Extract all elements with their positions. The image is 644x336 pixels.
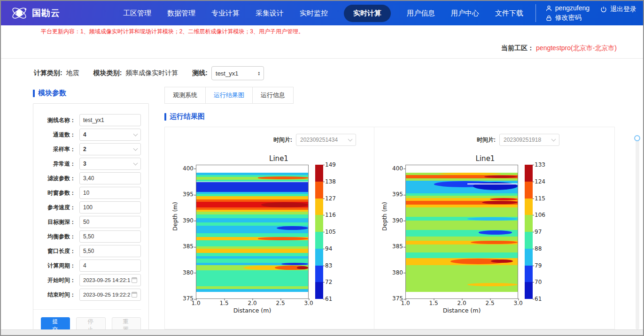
field-row: 开始时间：2023-09-25 14:22:1 (35, 274, 141, 286)
field-input-2[interactable]: 2 (79, 143, 141, 155)
heatmap-blob (471, 241, 518, 244)
time-slice-select[interactable]: 202309251918 (499, 134, 559, 146)
y-axis-label: Depth (m) (172, 198, 178, 235)
field-value: 3 (83, 160, 86, 167)
tick-mark (323, 249, 325, 249)
time-slice-value: 202309251918 (504, 137, 541, 143)
nav-item-workspace-mgmt[interactable]: 工区管理 (123, 9, 151, 18)
current-workarea-label: 当前工区： (501, 44, 534, 53)
field-row: 异常道：3 (35, 158, 141, 170)
heatmap-blob (258, 176, 308, 179)
tick-mark (323, 299, 325, 299)
form-buttons: 提 交 停 止 重 置 (35, 317, 141, 330)
field-label: 开始时间： (35, 276, 76, 284)
tick-mark (533, 199, 534, 199)
field-input-1[interactable]: 4 (79, 129, 141, 141)
reset-button[interactable]: 重 置 (112, 317, 141, 330)
colorbar-tick: 105 (325, 229, 336, 235)
colorbar-band (315, 282, 323, 299)
ylabel-box: Depth (m) (382, 165, 389, 299)
heatmap-stripe (196, 182, 308, 192)
nav-item-user-info[interactable]: 用户信息 (407, 9, 435, 18)
tab-result-plot[interactable]: 运行结果图 (205, 87, 253, 104)
calc-type-value: 地震 (66, 69, 79, 77)
colorbar-band (525, 182, 533, 199)
tab-run-info[interactable]: 运行信息 (252, 87, 294, 104)
field-label: 异常道： (35, 160, 76, 168)
field-label: 目标测深： (35, 218, 76, 226)
nav-item-realtime-calc[interactable]: 实时计算 (344, 5, 391, 22)
heatmap-stripe (406, 237, 518, 241)
field-label: 时窗参数： (35, 189, 76, 197)
x-tick: 1.0 (191, 300, 200, 306)
heatmap-stripe (196, 214, 308, 219)
nav-item-professional-calc[interactable]: 专业计算 (211, 9, 240, 18)
tick-mark (518, 298, 519, 300)
field-value: 50 (83, 219, 89, 225)
tick-mark (323, 182, 325, 182)
colorbar-tick: 88 (535, 245, 542, 252)
nav-item-realtime-monitor[interactable]: 实时监控 (300, 9, 328, 18)
heatmap-stripe (406, 221, 518, 230)
field-input-6[interactable]: 100 (79, 201, 141, 214)
field-input-12[interactable]: 2023-09-25 19:22:2 (79, 289, 141, 301)
colorbar-ticks: 1331241151069788797061 (534, 165, 548, 299)
stop-button[interactable]: 停 止 (76, 317, 105, 330)
nav-item-acquisition-design[interactable]: 采集设计 (256, 9, 284, 18)
logout-button[interactable]: 退出登录 (600, 5, 636, 14)
tick-mark (323, 165, 325, 165)
x-tick: 2.0 (248, 300, 256, 306)
chart-scrollbar-track[interactable] (636, 136, 639, 329)
field-input-7[interactable]: 50 (79, 216, 141, 228)
field-label: 滤波参数： (35, 175, 76, 183)
field-label: 计算周期： (35, 262, 76, 270)
submit-button[interactable]: 提 交 (41, 317, 70, 330)
colorbar (315, 165, 323, 299)
colorbar-band (525, 232, 533, 249)
field-value: 4 (83, 262, 86, 269)
y-axis-ticks: 400395390385380375 (389, 165, 405, 299)
tick-mark (323, 199, 325, 199)
current-workarea-value: pengtestpro(北京市-北京市) (536, 44, 617, 53)
colorbar-tick: 116 (325, 212, 336, 218)
chevron-down-icon (133, 131, 138, 136)
tick-mark (323, 266, 325, 266)
nav-item-user-center[interactable]: 用户中心 (451, 9, 479, 18)
heatmap-blob (281, 263, 308, 265)
user-name-row[interactable]: pengzufeng (545, 4, 590, 12)
time-slice-select[interactable]: 202309251434 (296, 134, 356, 146)
x-tick: 3.0 (304, 300, 313, 306)
field-label: 采样率： (35, 145, 76, 153)
tick-mark (309, 298, 309, 300)
field-input-4[interactable]: 3,40 (79, 172, 141, 184)
y-tick: 380 (183, 269, 194, 276)
nav-item-data-mgmt[interactable]: 数据管理 (167, 9, 195, 18)
line-select[interactable]: test_yx1 ▴▾ (211, 66, 264, 80)
field-input-0[interactable]: test_yx1 (79, 114, 141, 126)
field-input-11[interactable]: 2023-09-25 14:22:1 (79, 274, 141, 286)
heatmap-plot (405, 165, 518, 299)
module-type-value: 频率成像实时计算 (125, 69, 178, 77)
heatmap-stripe (196, 259, 308, 263)
nav-item-file-download[interactable]: 文件下载 (495, 9, 523, 18)
colorbar-band (315, 232, 323, 249)
colorbar-band (315, 266, 323, 283)
time-slice-label: 时间片: (273, 136, 292, 144)
tab-observation-system[interactable]: 观测系统 (164, 87, 206, 104)
tick-mark (323, 282, 325, 283)
change-password-link[interactable]: 修改密码 (545, 14, 590, 22)
x-axis-label: Distance (m) (405, 307, 518, 314)
x-tick: 2.5 (485, 300, 494, 306)
colorbar-band (315, 199, 323, 215)
field-input-3[interactable]: 3 (79, 158, 141, 170)
heatmap-stripe (196, 240, 308, 247)
field-input-8[interactable]: 5,50 (79, 230, 141, 243)
y-tick: 390 (392, 217, 403, 224)
chart-scrollbar-handle[interactable] (634, 135, 640, 141)
current-workarea-row: 当前工区： pengtestpro(北京市-北京市) (1, 38, 643, 59)
field-input-5[interactable]: 10 (79, 187, 141, 199)
line-select-value: test_yx1 (216, 70, 238, 77)
field-input-10[interactable]: 4 (79, 260, 141, 272)
field-input-9[interactable]: 5,50 (79, 245, 141, 257)
x-tick: 1.5 (219, 300, 228, 306)
